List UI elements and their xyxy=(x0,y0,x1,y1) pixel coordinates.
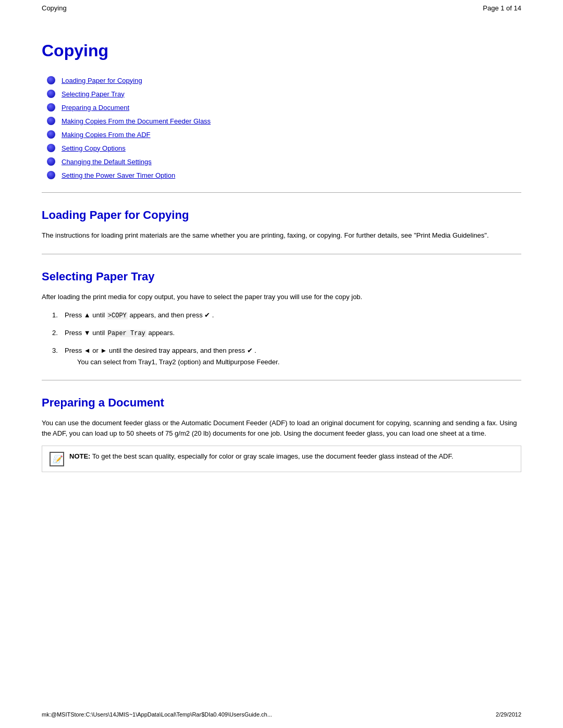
note-text: NOTE: To get the best scan quality, espe… xyxy=(69,451,454,462)
step-1: 1. Press until >COPY appears, and then p… xyxy=(52,310,521,320)
divider-toc xyxy=(42,192,521,193)
section-selecting-paper-tray: Selecting Paper Tray After loading the p… xyxy=(42,270,521,367)
step-num-1: 1. xyxy=(52,310,65,320)
toc-link-selecting-paper-tray[interactable]: Selecting Paper Tray xyxy=(62,90,125,98)
toc-bullet-icon xyxy=(47,171,55,179)
section-body-loading-paper: The instructions for loading print mater… xyxy=(42,230,521,241)
toc-bullet-icon xyxy=(47,157,55,166)
toc-item: Loading Paper for Copying xyxy=(47,76,521,84)
section-preparing-document: Preparing a Document You can use the doc… xyxy=(42,396,521,472)
toc-link-loading-paper[interactable]: Loading Paper for Copying xyxy=(62,77,142,84)
arrow-down-icon xyxy=(84,329,91,337)
divider-2 xyxy=(42,380,521,380)
toc-link-power-saver[interactable]: Setting the Power Saver Timer Option xyxy=(62,171,175,179)
toc-bullet-icon xyxy=(47,103,55,112)
toc-bullet-icon xyxy=(47,144,55,152)
toc-list: Loading Paper for Copying Selecting Pape… xyxy=(42,76,521,179)
section-title-preparing-document: Preparing a Document xyxy=(42,396,521,410)
section-loading-paper: Loading Paper for Copying The instructio… xyxy=(42,208,521,241)
step-content-2: Press until Paper Tray appears. xyxy=(65,328,521,338)
arrow-up-icon xyxy=(84,311,91,319)
footer-left: mk:@MSITStore:C:\Users\14JMIS~1\AppData\… xyxy=(42,711,272,718)
toc-bullet-icon xyxy=(47,130,55,139)
toc-link-preparing-document[interactable]: Preparing a Document xyxy=(62,104,129,112)
checkmark-icon-2 xyxy=(247,347,253,354)
toc-bullet-icon xyxy=(47,90,55,98)
toc-link-making-copies-glass[interactable]: Making Copies From the Document Feeder G… xyxy=(62,117,211,125)
header-right: Page 1 of 14 xyxy=(483,4,521,12)
toc-item: Setting Copy Options xyxy=(47,144,521,152)
code-copy: >COPY xyxy=(107,312,128,319)
toc-bullet-icon xyxy=(47,117,55,125)
note-label: NOTE: xyxy=(69,452,90,460)
step-3-note: You can select from Tray1, Tray2 (option… xyxy=(65,357,521,367)
step-3: 3. Press or until the desired tray appea… xyxy=(52,346,521,367)
toc-item: Setting the Power Saver Timer Option xyxy=(47,171,521,179)
step-num-3: 3. xyxy=(52,346,65,367)
note-box: 📝 NOTE: To get the best scan quality, es… xyxy=(42,446,521,472)
section-title-loading-paper: Loading Paper for Copying xyxy=(42,208,521,222)
page-title: Copying xyxy=(42,41,521,60)
arrow-right-icon xyxy=(101,347,107,354)
toc-link-changing-default[interactable]: Changing the Default Settings xyxy=(62,158,152,166)
toc-item: Selecting Paper Tray xyxy=(47,90,521,98)
note-body: To get the best scan quality, especially… xyxy=(92,452,454,460)
footer-right: 2/29/2012 xyxy=(496,711,521,718)
page-content: Copying Loading Paper for Copying Select… xyxy=(0,16,563,511)
steps-list-selecting: 1. Press until >COPY appears, and then p… xyxy=(42,310,521,367)
step-2: 2. Press until Paper Tray appears. xyxy=(52,328,521,338)
code-paper-tray: Paper Tray xyxy=(107,330,146,337)
page-header: Copying Page 1 of 14 xyxy=(0,0,563,16)
section-intro-selecting-paper-tray: After loading the print media for copy o… xyxy=(42,292,521,302)
section-body-preparing-document: You can use the document feeder glass or… xyxy=(42,418,521,438)
arrow-left-icon xyxy=(84,347,91,354)
toc-link-making-copies-adf[interactable]: Making Copies From the ADF xyxy=(62,131,151,139)
toc-item: Making Copies From the ADF xyxy=(47,130,521,139)
section-title-selecting-paper-tray: Selecting Paper Tray xyxy=(42,270,521,283)
toc-item: Changing the Default Settings xyxy=(47,157,521,166)
checkmark-icon xyxy=(204,311,210,319)
toc-bullet-icon xyxy=(47,76,55,84)
step-content-3: Press or until the desired tray appears,… xyxy=(65,346,521,367)
note-icon: 📝 xyxy=(50,452,64,466)
step-num-2: 2. xyxy=(52,328,65,338)
toc-item: Preparing a Document xyxy=(47,103,521,112)
header-left: Copying xyxy=(42,4,67,12)
page-footer: mk:@MSITStore:C:\Users\14JMIS~1\AppData\… xyxy=(42,711,521,718)
divider-1 xyxy=(42,254,521,254)
toc-item: Making Copies From the Document Feeder G… xyxy=(47,117,521,125)
step-content-1: Press until >COPY appears, and then pres… xyxy=(65,310,521,320)
toc-link-setting-copy-options[interactable]: Setting Copy Options xyxy=(62,144,126,152)
